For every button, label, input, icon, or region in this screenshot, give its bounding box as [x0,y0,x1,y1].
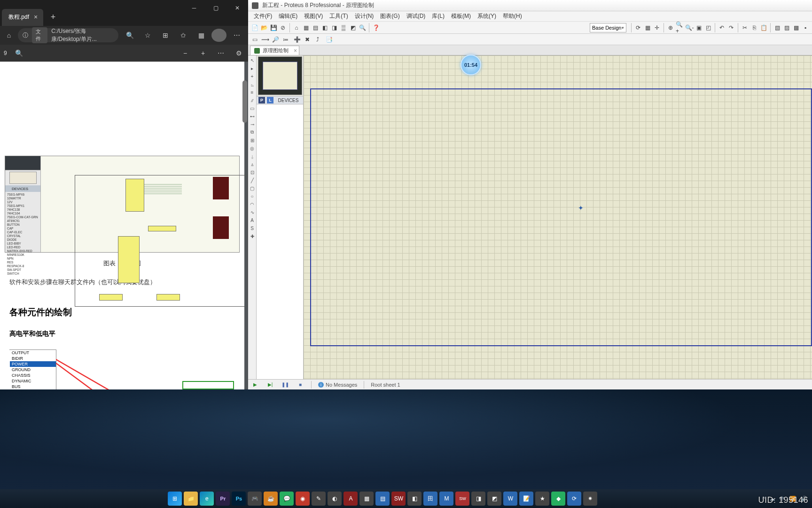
home-icon[interactable]: ⌂ [292,23,301,32]
menu-debug[interactable]: 调试(D) [404,11,429,21]
text2-icon[interactable]: A [249,216,256,224]
generator-icon[interactable]: ◎ [249,144,256,152]
taskbar-app[interactable]: ◐ [328,492,342,506]
devices-list[interactable] [257,104,303,379]
tape-icon[interactable]: ⊞ [249,136,256,144]
status-messages[interactable]: i No Messages [318,382,357,388]
taskbar-app[interactable]: ◧ [407,492,422,506]
save-icon[interactable]: 💾 [269,23,278,32]
autoroute-icon[interactable]: ⟿ [260,35,270,44]
component-icon[interactable]: ▸ [249,64,256,72]
help-icon[interactable]: ❓ [371,23,381,32]
zoom-in-icon[interactable]: + [197,48,209,59]
taskbar-app[interactable]: SW [455,492,469,506]
search-icon[interactable]: 🔍 [358,23,367,32]
zoom-area-icon[interactable]: ◰ [703,23,713,32]
favorites-bar-icon[interactable]: ✩ [176,29,191,42]
pause-button[interactable]: ❚❚ [281,381,289,389]
taskbar-app[interactable]: W [503,492,517,506]
delete-sheet-icon[interactable]: ✖ [303,35,312,44]
start-button[interactable]: ⊞ [168,492,182,506]
menu-template[interactable]: 模板(M) [448,11,474,21]
terminal-icon[interactable]: ⊷ [249,112,256,120]
3d-icon[interactable]: ◧ [320,23,329,32]
pin-icon[interactable]: ⊸ [249,120,256,128]
step-button[interactable]: ▶| [266,381,274,389]
taskbar-app[interactable]: ◨ [471,492,485,506]
probe-i-icon[interactable]: ⍋ [249,160,256,168]
menu-system[interactable]: 系统(Y) [475,11,499,21]
bus-icon[interactable]: ⫽ [249,96,256,104]
taskbar-app[interactable]: ⟳ [567,492,581,506]
block-rotate-icon[interactable]: ▩ [791,23,801,32]
origin-icon[interactable]: ✛ [652,23,662,32]
taskbar-explorer[interactable]: 📁 [184,492,198,506]
taskbar-app[interactable]: ◉ [296,492,310,506]
taskbar-wechat[interactable]: 💬 [280,492,294,506]
taskbar-app[interactable]: ▦ [359,492,374,506]
taskbar-app[interactable]: 🎮 [248,492,262,506]
more-icon[interactable]: ⋯ [215,48,226,59]
taskbar-photoshop[interactable]: Ps [232,492,246,506]
taskbar-edge[interactable]: e [200,492,214,506]
pick-button[interactable]: P [258,97,265,103]
taskbar-app[interactable]: ◆ [551,492,565,506]
refresh-icon[interactable]: ⟳ [633,23,643,32]
new-tab-button[interactable]: + [46,10,60,24]
menu-help[interactable]: 帮助(H) [500,11,525,21]
line-icon[interactable]: ╱ [249,176,256,184]
pcb-icon[interactable]: ▤ [311,23,320,32]
taskbar-notepad[interactable]: 📝 [519,492,533,506]
text-icon[interactable]: ≡ [249,88,256,96]
gerber-icon[interactable]: ◨ [329,23,339,32]
search-part-icon[interactable]: 🔎 [271,35,280,44]
scrollbar[interactable] [242,62,247,389]
extensions-icon[interactable]: ⊞ [158,29,173,42]
marker-icon[interactable]: ✚ [249,232,256,240]
probe-v-icon[interactable]: ⍊ [249,152,256,160]
new-icon[interactable]: 📄 [250,23,259,32]
label-icon[interactable]: ⎁ [249,80,256,88]
taskbar-proteus[interactable]: ✷ [583,492,597,506]
document-tab[interactable]: 原理图绘制 × [250,46,299,55]
more-icon[interactable]: ⋯ [229,29,244,42]
profile-avatar[interactable] [211,29,226,42]
taskbar-autocad[interactable]: A [344,492,358,506]
selection-icon[interactable]: ↖ [249,56,256,64]
taskbar-app[interactable]: 田 [423,492,437,506]
bom-icon[interactable]: ▒ [339,23,348,32]
new-sheet-icon[interactable]: ➕ [292,35,302,44]
play-button[interactable]: ▶ [251,381,259,389]
taskbar-app[interactable]: M [439,492,453,506]
block-move-icon[interactable]: ▨ [782,23,791,32]
close-icon[interactable]: ⊘ [278,23,288,32]
menu-design[interactable]: 设计(N) [352,11,377,21]
url-field[interactable]: ⓘ 文件 C:/Users/张海康/Desktop/单片... [18,28,118,42]
zoom-out-icon[interactable]: 🔍- [685,23,694,32]
zoom-in-icon[interactable]: 🔍+ [675,23,685,32]
block-delete-icon[interactable]: ▪ [801,23,810,32]
grid-icon[interactable]: ▦ [643,23,652,32]
circle-icon[interactable]: ○ [249,192,256,200]
minimize-button[interactable]: ─ [183,0,205,16]
zoom-center-icon[interactable]: ⊕ [666,23,675,32]
design-combo[interactable]: Base Design [590,23,626,32]
redo-icon[interactable]: ↷ [726,23,736,32]
arc-icon[interactable]: ◠ [249,200,256,208]
close-icon[interactable]: × [32,14,39,21]
maximize-button[interactable]: ▢ [205,0,226,16]
schematic-canvas[interactable]: ✦ [304,56,812,379]
box-icon[interactable]: ▢ [249,184,256,192]
taskbar-app[interactable]: ▤ [375,492,390,506]
search-icon[interactable]: 🔍 [14,48,25,59]
zoom-icon[interactable]: 🔍 [122,29,137,42]
taskbar-premiere[interactable]: Pr [216,492,230,506]
menu-graph[interactable]: 图表(G) [377,11,402,21]
open-icon[interactable]: 📂 [259,23,269,32]
subcircuit-icon[interactable]: ▭ [249,104,256,112]
zoom-out-icon[interactable]: − [180,48,191,59]
library-button[interactable]: L [267,97,273,103]
page-number[interactable]: 9 [4,50,7,56]
wire-label-icon[interactable]: ▭ [250,35,259,44]
symbol-icon[interactable]: S [249,224,256,232]
